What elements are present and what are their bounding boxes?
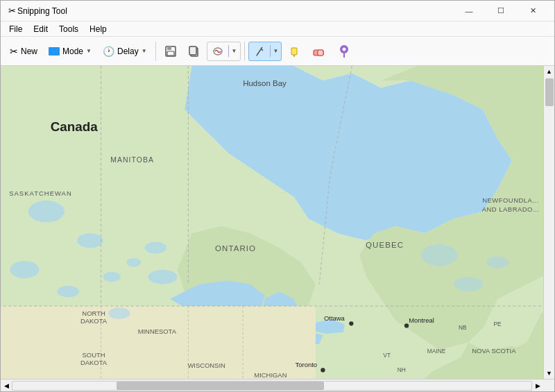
svg-rect-11 <box>318 50 323 56</box>
svg-point-23 <box>148 270 178 284</box>
menu-tools[interactable]: Tools <box>53 23 84 35</box>
map-svg: Hudson Bay Canada MANITOBA SASKATCHEWAN … <box>1 66 543 379</box>
delay-label: Delay <box>117 46 139 56</box>
mode-dropdown-arrow: ▼ <box>86 48 92 54</box>
svg-text:DAKOTA: DAKOTA <box>80 317 108 325</box>
svg-point-24 <box>108 307 130 319</box>
delay-button[interactable]: 🕐 Delay ▼ <box>98 40 152 62</box>
mode-label: Mode <box>62 46 83 56</box>
save-icon <box>164 45 177 58</box>
window-title: Snipping Tool <box>17 6 453 16</box>
new-icon: ✂ <box>10 46 18 57</box>
svg-rect-4 <box>189 46 196 55</box>
svg-text:SASKATCHEWAN: SASKATCHEWAN <box>9 189 72 197</box>
svg-text:SOUTH: SOUTH <box>83 351 105 359</box>
svg-text:NH: NH <box>398 366 406 373</box>
svg-text:MINNESOTA: MINNESOTA <box>138 327 177 335</box>
svg-point-19 <box>58 286 79 298</box>
svg-text:MAINE: MAINE <box>427 348 446 355</box>
pen-tool-main[interactable] <box>249 42 270 60</box>
menu-bar: File Edit Tools Help <box>1 22 554 37</box>
copy-icon <box>188 45 200 58</box>
svg-text:MANITOBA: MANITOBA <box>110 156 154 164</box>
close-button[interactable]: ✕ <box>517 1 549 22</box>
maximize-button[interactable]: ☐ <box>485 1 517 22</box>
svg-point-20 <box>103 272 121 282</box>
svg-text:DAKOTA: DAKOTA <box>80 359 108 366</box>
highlighter-icon <box>288 45 300 58</box>
menu-help[interactable]: Help <box>84 23 112 35</box>
svg-text:AND LABRADO...: AND LABRADO... <box>482 205 540 213</box>
svg-text:ONTARIO: ONTARIO <box>215 244 256 253</box>
svg-text:Montreal: Montreal <box>409 316 434 324</box>
svg-point-26 <box>454 277 483 291</box>
svg-text:Toronto: Toronto <box>296 361 317 368</box>
save-button[interactable] <box>160 40 182 62</box>
scroll-left-arrow[interactable]: ◀ <box>1 380 12 391</box>
highlighter-button[interactable] <box>283 40 305 62</box>
scroll-track-v[interactable] <box>544 77 554 368</box>
svg-text:PE: PE <box>494 321 502 327</box>
scroll-right-arrow[interactable]: ▶ <box>532 380 543 391</box>
app-icon: ✂ <box>6 6 17 17</box>
svg-point-22 <box>144 242 166 254</box>
pen-tool-dropdown[interactable]: ▼ <box>270 45 282 57</box>
copy-button[interactable] <box>183 40 205 62</box>
svg-text:Canada: Canada <box>51 119 99 134</box>
svg-point-16 <box>28 201 65 222</box>
svg-rect-1 <box>167 46 171 50</box>
horizontal-scrollbar[interactable]: ◀ ▶ <box>1 380 543 391</box>
window-controls: — ☐ ✕ <box>453 1 549 22</box>
scroll-thumb-v[interactable] <box>545 78 554 106</box>
vertical-scrollbar[interactable]: ▲ ▼ <box>543 66 554 379</box>
svg-text:Ottawa: Ottawa <box>324 314 345 322</box>
separator-1 <box>155 42 156 61</box>
svg-rect-8 <box>291 48 297 55</box>
scroll-track-h[interactable] <box>12 381 532 391</box>
svg-text:VT: VT <box>383 352 391 359</box>
svg-point-21 <box>126 258 141 267</box>
map-container[interactable]: Hudson Bay Canada MANITOBA SASKATCHEWAN … <box>1 66 543 379</box>
delete-dropdown-arrow: ▼ <box>232 48 237 54</box>
pin-button[interactable] <box>333 40 355 62</box>
main-window: ✂ Snipping Tool — ☐ ✕ File Edit Tools He… <box>0 0 555 392</box>
delete-tool-main[interactable] <box>207 42 228 60</box>
svg-text:NB: NB <box>459 324 467 331</box>
svg-point-51 <box>349 321 353 325</box>
svg-text:WISCONSIN: WISCONSIN <box>187 361 225 369</box>
new-label: New <box>21 46 37 56</box>
scroll-down-arrow[interactable]: ▼ <box>544 368 555 379</box>
svg-text:MICHIGAN: MICHIGAN <box>254 371 287 379</box>
mode-button[interactable]: Mode ▼ <box>44 40 96 62</box>
eraser-icon <box>311 45 327 58</box>
pen-dropdown-arrow: ▼ <box>273 48 279 54</box>
svg-rect-15 <box>1 306 316 379</box>
pin-icon <box>338 44 350 59</box>
menu-file[interactable]: File <box>3 23 28 35</box>
svg-rect-2 <box>167 51 174 56</box>
minimize-button[interactable]: — <box>453 1 485 22</box>
svg-line-7 <box>261 49 263 51</box>
scroll-thumb-h[interactable] <box>117 382 324 390</box>
delay-dropdown-arrow: ▼ <box>142 48 147 54</box>
svg-text:NOVA SCOTIA: NOVA SCOTIA <box>472 347 516 355</box>
content-area: Hudson Bay Canada MANITOBA SASKATCHEWAN … <box>1 66 554 379</box>
menu-edit[interactable]: Edit <box>28 23 53 35</box>
scroll-up-arrow[interactable]: ▲ <box>544 66 555 77</box>
title-bar: ✂ Snipping Tool — ☐ ✕ <box>1 1 554 22</box>
svg-point-18 <box>10 261 39 278</box>
svg-text:QUEBEC: QUEBEC <box>366 241 404 249</box>
pen-tool-group: ▼ <box>248 42 282 61</box>
delay-icon: 🕐 <box>103 46 114 57</box>
eraser-button[interactable] <box>307 40 332 62</box>
scrollbar-corner <box>543 380 554 391</box>
svg-text:NEWFOUNDLA...: NEWFOUNDLA... <box>482 196 539 204</box>
new-button[interactable]: ✂ New <box>5 40 42 62</box>
bottom-bar: ◀ ▶ <box>1 379 554 391</box>
pen-icon <box>253 45 266 58</box>
separator-2 <box>244 42 245 61</box>
delete-tool-dropdown[interactable]: ▼ <box>228 45 240 57</box>
mode-icon <box>49 47 60 56</box>
svg-text:NORTH: NORTH <box>82 309 105 317</box>
delete-icon <box>212 45 224 58</box>
